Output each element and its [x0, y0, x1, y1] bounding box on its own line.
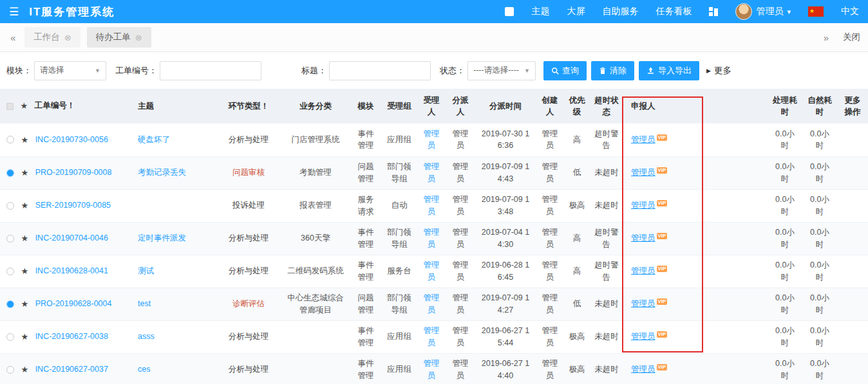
header-module[interactable]: 模块: [350, 89, 381, 123]
apps-grid-icon[interactable]: [709, 7, 718, 16]
tab-close-icon[interactable]: ⊗: [135, 33, 142, 42]
order-no-link[interactable]: INC-20190730-0056: [35, 135, 108, 144]
row-radio[interactable]: [6, 202, 14, 210]
acceptor-link[interactable]: 管理员: [424, 195, 440, 216]
star-icon[interactable]: ★: [21, 365, 28, 374]
search-button[interactable]: 查询: [543, 61, 587, 80]
row-radio[interactable]: [6, 136, 14, 143]
declarant-link[interactable]: 管理员: [631, 201, 656, 210]
hamburger-menu-icon[interactable]: ☰: [9, 6, 19, 17]
dispatch-time-cell: 2019-06-27 15:44: [475, 320, 536, 353]
header-timeout-status[interactable]: 超时状态: [590, 89, 623, 123]
search-button-label: 查询: [562, 65, 579, 77]
order-no-link[interactable]: INC-20190704-0046: [35, 233, 108, 242]
star-icon[interactable]: ★: [21, 332, 28, 342]
star-icon[interactable]: ★: [21, 299, 28, 309]
header-declarant[interactable]: 申报人: [623, 89, 702, 123]
header-subject[interactable]: 主题: [134, 89, 216, 123]
declarant-link[interactable]: 管理员: [631, 266, 656, 275]
order-no-link[interactable]: PRO-20190628-0004: [35, 299, 112, 308]
star-icon[interactable]: ★: [21, 201, 28, 210]
header-group[interactable]: 受理组: [381, 89, 417, 123]
header-dispatcher[interactable]: 分派人: [446, 89, 475, 123]
row-radio[interactable]: [6, 333, 14, 341]
search-icon: [551, 67, 559, 75]
star-icon[interactable]: ★: [21, 266, 28, 276]
nav-taskboard[interactable]: 任务看板: [656, 6, 692, 17]
nav-theme[interactable]: 主题: [531, 6, 549, 17]
declarant-link[interactable]: 管理员: [631, 332, 656, 341]
vip-badge: VIP: [657, 298, 668, 305]
subject-link[interactable]: asss: [138, 332, 155, 341]
acceptor-link[interactable]: 管理员: [424, 162, 440, 183]
header-priority[interactable]: 优先级: [564, 89, 590, 123]
row-radio[interactable]: [6, 300, 14, 308]
acceptor-link[interactable]: 管理员: [424, 129, 440, 151]
star-icon[interactable]: ★: [21, 135, 28, 145]
chevron-down-icon: ▾: [787, 8, 791, 16]
subject-link[interactable]: test: [138, 299, 151, 308]
tab-pending-orders[interactable]: 待办工单 ⊗: [87, 27, 151, 48]
language-switch[interactable]: 中文: [841, 6, 859, 17]
order-no-filter-label: 工单编号：: [115, 65, 157, 77]
acceptor-link[interactable]: 管理员: [424, 326, 440, 347]
nav-bigscreen[interactable]: 大屏: [567, 6, 585, 17]
header-dispatch-time[interactable]: 分派时间: [475, 89, 536, 123]
acceptor-link[interactable]: 管理员: [424, 293, 440, 315]
subject-link[interactable]: 测试: [138, 266, 154, 275]
subject-link[interactable]: 硬盘坏了: [138, 135, 170, 144]
table-row: ★ INC-20190627-0038 asss 分析与处理 事件管理 应用组 …: [0, 320, 868, 353]
acceptor-link[interactable]: 管理员: [424, 228, 440, 249]
header-more-ops[interactable]: 更多操作: [837, 89, 868, 123]
import-export-button[interactable]: 导入导出: [639, 61, 699, 80]
star-icon[interactable]: ★: [21, 168, 28, 178]
flag-icon[interactable]: ★: [808, 6, 824, 17]
status-select[interactable]: ----请选择---- ▼: [467, 61, 536, 80]
clear-button[interactable]: 清除: [591, 61, 634, 80]
user-menu[interactable]: 管理员 ▾: [735, 3, 791, 20]
header-natural-hours[interactable]: 自然耗时: [802, 89, 837, 123]
order-no-link[interactable]: INC-20190628-0041: [35, 266, 108, 275]
declarant-link[interactable]: 管理员: [631, 135, 656, 144]
header-process-hours[interactable]: 处理耗时: [768, 89, 802, 123]
nav-selfservice[interactable]: 自助服务: [602, 6, 638, 17]
title-input[interactable]: [329, 61, 431, 80]
subject-link[interactable]: ces: [138, 365, 150, 374]
declarant-link[interactable]: 管理员: [631, 365, 656, 374]
tab-workbench[interactable]: 工作台 ⊗: [24, 27, 80, 48]
module-select[interactable]: 请选择 ▼: [34, 61, 106, 80]
declarant-link[interactable]: 管理员: [631, 299, 656, 308]
order-no-link[interactable]: SER-20190709-0085: [35, 201, 111, 210]
app-title: IT服务管理系统: [29, 5, 115, 19]
tabs-scroll-right-icon[interactable]: »: [821, 32, 831, 43]
row-radio[interactable]: [6, 366, 14, 374]
declarant-link[interactable]: 管理员: [631, 233, 656, 242]
row-radio[interactable]: [6, 169, 14, 177]
acceptor-link[interactable]: 管理员: [424, 261, 440, 282]
header-step-type[interactable]: 环节类型！: [216, 89, 281, 123]
row-radio[interactable]: [6, 268, 14, 275]
subject-link[interactable]: 定时事件派发: [138, 233, 186, 242]
acceptor-link[interactable]: 管理员: [424, 359, 440, 380]
header-acceptor[interactable]: 受理人: [417, 89, 446, 123]
header-creator[interactable]: 创建人: [536, 89, 564, 123]
select-all-checkbox[interactable]: [6, 103, 14, 110]
square-icon[interactable]: [505, 7, 514, 16]
close-tabs-button[interactable]: 关闭: [843, 32, 860, 43]
declarant-link[interactable]: 管理员: [631, 168, 656, 177]
order-no-link[interactable]: PRO-20190709-0008: [35, 168, 112, 177]
tabs-scroll-left-icon[interactable]: «: [8, 32, 18, 43]
header-biz-category[interactable]: 业务分类: [281, 89, 350, 123]
filler-cell: [702, 320, 768, 353]
order-no-input[interactable]: [160, 61, 261, 80]
row-radio[interactable]: [6, 235, 14, 242]
flag-star-icon: ★: [809, 6, 815, 16]
subject-link[interactable]: 考勤记录丢失: [138, 168, 186, 177]
more-filters-toggle[interactable]: ▶ 更多: [706, 65, 731, 77]
module-cell: 服务请求: [350, 189, 381, 222]
header-order-no[interactable]: ★ 工单编号！: [0, 89, 134, 123]
order-no-link[interactable]: INC-20190627-0037: [35, 365, 108, 374]
order-no-link[interactable]: INC-20190627-0038: [35, 332, 108, 341]
star-icon[interactable]: ★: [21, 233, 28, 243]
tab-close-icon[interactable]: ⊗: [64, 33, 71, 42]
